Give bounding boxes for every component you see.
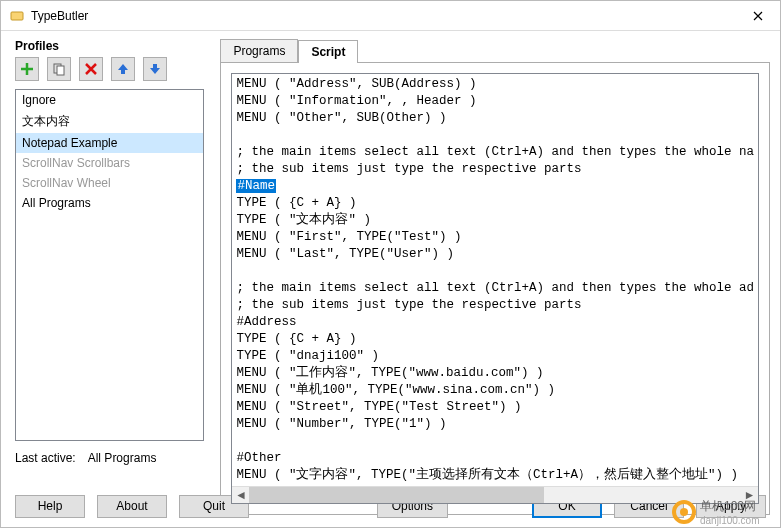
tab-panel-script: MENU ( "Address", SUB(Address) ) MENU ( … — [220, 62, 770, 515]
svg-rect-0 — [11, 12, 23, 20]
highlighted-text: #Name — [236, 179, 276, 193]
profile-item[interactable]: Notepad Example — [16, 133, 203, 153]
profiles-list[interactable]: Ignore文本内容Notepad ExampleScrollNav Scrol… — [15, 89, 204, 441]
add-profile-button[interactable] — [15, 57, 39, 81]
profile-item[interactable]: ScrollNav Wheel — [16, 173, 203, 193]
right-panel: Programs Script MENU ( "Address", SUB(Ad… — [220, 39, 770, 489]
tabs: Programs Script — [220, 39, 770, 62]
script-text[interactable]: MENU ( "Address", SUB(Address) ) MENU ( … — [232, 74, 758, 486]
profile-item[interactable]: All Programs — [16, 193, 203, 213]
scroll-thumb[interactable] — [249, 487, 544, 503]
scroll-left-arrow[interactable]: ◄ — [232, 487, 249, 503]
profiles-toolbar — [15, 57, 204, 81]
tab-programs[interactable]: Programs — [220, 39, 298, 62]
last-active: Last active: All Programs — [15, 451, 204, 465]
svg-rect-2 — [57, 66, 64, 75]
app-icon — [9, 8, 25, 24]
last-active-label: Last active: — [15, 451, 76, 465]
profiles-heading: Profiles — [15, 39, 204, 53]
titlebar: TypeButler — [1, 1, 780, 31]
script-editor[interactable]: MENU ( "Address", SUB(Address) ) MENU ( … — [231, 73, 759, 504]
move-down-button[interactable] — [143, 57, 167, 81]
profile-item[interactable]: Ignore — [16, 90, 203, 110]
scroll-track[interactable] — [249, 487, 741, 503]
horizontal-scrollbar[interactable]: ◄ ► — [232, 486, 758, 503]
move-up-button[interactable] — [111, 57, 135, 81]
help-button[interactable]: Help — [15, 495, 85, 518]
about-button[interactable]: About — [97, 495, 167, 518]
profile-item[interactable]: ScrollNav Scrollbars — [16, 153, 203, 173]
left-panel: Profiles Ignore文本内容Notepad ExampleScroll… — [15, 39, 204, 489]
copy-profile-button[interactable] — [47, 57, 71, 81]
close-button[interactable] — [735, 2, 780, 30]
delete-profile-button[interactable] — [79, 57, 103, 81]
tab-script[interactable]: Script — [298, 40, 358, 63]
scroll-right-arrow[interactable]: ► — [741, 487, 758, 503]
last-active-value: All Programs — [88, 451, 157, 465]
window-title: TypeButler — [31, 9, 735, 23]
profile-item[interactable]: 文本内容 — [16, 110, 203, 133]
